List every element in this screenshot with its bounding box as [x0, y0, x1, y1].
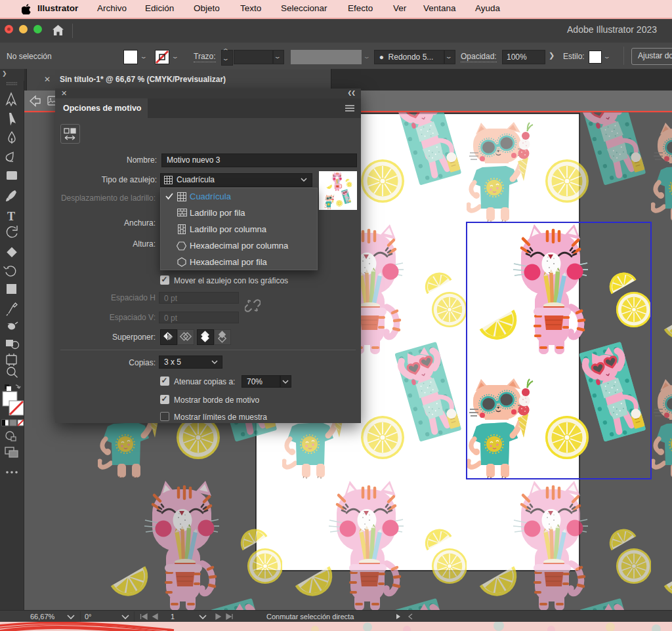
svg-text:T: T: [7, 210, 15, 223]
